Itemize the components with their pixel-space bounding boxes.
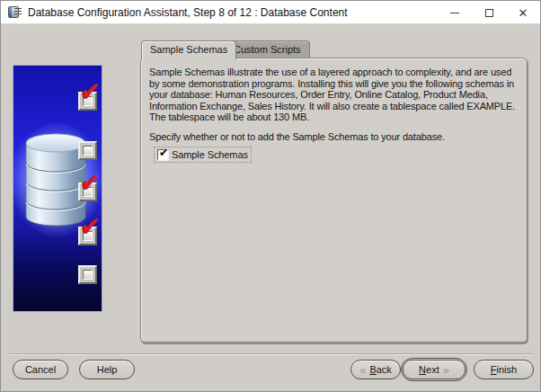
app-icon [8, 5, 22, 20]
finish-button-label: Finish [491, 364, 517, 375]
illustration-checkbox-1: ✔ [78, 92, 97, 111]
dbca-wizard-window: Database Configuration Assistant, Step 8… [0, 0, 541, 392]
sample-schemas-tab-panel: Sample Schemas illustrate the use of a l… [140, 58, 528, 343]
red-checkmark-icon: ✔ [80, 79, 101, 104]
minimize-button[interactable] [438, 1, 472, 24]
next-button-label: Next [419, 364, 439, 375]
bottom-separator [10, 353, 533, 355]
sample-schemas-checkbox-box[interactable]: ✔ [157, 149, 168, 160]
sample-schemas-checkbox[interactable]: ✔ Sample Schemas [154, 147, 252, 163]
illustration-checkbox-4: ✔ [78, 227, 97, 245]
finish-button[interactable]: Finish [474, 360, 534, 379]
window-title: Database Configuration Assistant, Step 8… [28, 1, 348, 24]
tab-sample-schemas[interactable]: Sample Schemas [141, 40, 236, 59]
red-checkmark-icon: ✔ [80, 214, 101, 239]
help-button[interactable]: Help [79, 360, 135, 379]
illustration-checkbox-3: ✔ [78, 183, 97, 201]
next-button[interactable]: Next » [403, 360, 466, 379]
tab-custom-scripts[interactable]: Custom Scripts [225, 40, 310, 58]
sample-schemas-checkbox-label: Sample Schemas [172, 149, 248, 160]
next-button-default-ring: Next » [401, 358, 467, 381]
cancel-button[interactable]: Cancel [13, 360, 68, 379]
checkmark-icon: ✔ [159, 147, 168, 158]
instruction-text: Specify whether or not to add the Sample… [149, 131, 445, 142]
back-button[interactable]: « Back [350, 360, 401, 379]
back-chevron-icon: « [359, 364, 366, 376]
illustration-checkbox-2: ✔ [78, 141, 97, 160]
description-text: Sample Schemas illustrate the use of a l… [149, 67, 515, 123]
wizard-illustration-panel: ✔ ✔ ✔ ✔ ✔ [13, 65, 102, 312]
illustration-checkbox-5: ✔ [78, 265, 97, 284]
next-chevron-icon: » [443, 364, 449, 376]
maximize-icon [485, 9, 493, 17]
titlebar: Database Configuration Assistant, Step 8… [1, 1, 540, 24]
back-button-label: Back [369, 364, 391, 375]
red-checkmark-icon: ✔ [80, 170, 101, 195]
close-button[interactable]: ✕ [506, 1, 540, 24]
maximize-button[interactable] [472, 1, 506, 24]
minimize-icon [450, 13, 459, 13]
